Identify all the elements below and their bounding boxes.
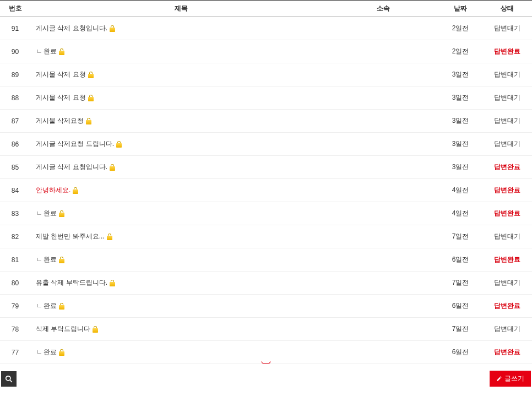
cell-date: 3일전 — [438, 133, 482, 156]
cell-affil — [328, 272, 438, 295]
cell-title: ㄴ완료 — [30, 295, 328, 318]
cell-affil — [328, 318, 438, 341]
lock-icon — [73, 187, 78, 194]
cell-title: 유출 삭제 부탁드립니다. — [30, 272, 328, 295]
cell-status: 답변완료 — [482, 295, 532, 318]
post-title-link[interactable]: 완료 — [44, 302, 57, 310]
decorative-mark — [0, 357, 532, 365]
post-title-link[interactable]: 완료 — [44, 348, 57, 356]
cell-date: 3일전 — [438, 156, 482, 179]
post-title-link[interactable]: 안녕하세요. — [36, 186, 70, 194]
cell-status: 답변완료 — [482, 179, 532, 202]
post-title-link[interactable]: 유출 삭제 부탁드립니다. — [36, 279, 107, 286]
pencil-icon — [496, 376, 502, 382]
cell-date: 3일전 — [438, 110, 482, 133]
cell-status: 답변대기 — [482, 133, 532, 156]
post-title-link[interactable]: 삭제 부탁드립니다 — [36, 325, 90, 333]
table-row: 89게시물 삭제 요청3일전답변대기 — [0, 63, 532, 86]
cell-date: 6일전 — [438, 295, 482, 318]
lock-icon — [59, 48, 64, 55]
cell-no: 80 — [0, 272, 30, 295]
cell-title: 게시글 삭제요청 드립니다. — [30, 133, 328, 156]
cell-no: 90 — [0, 40, 30, 63]
write-button-label: 글쓰기 — [504, 374, 524, 383]
cell-date: 7일전 — [438, 318, 482, 341]
cell-no: 78 — [0, 318, 30, 341]
cell-affil — [328, 17, 438, 40]
cell-date: 7일전 — [438, 225, 482, 248]
cell-date: 2일전 — [438, 17, 482, 40]
post-title-link[interactable]: 완료 — [44, 256, 57, 263]
table-row: 86게시글 삭제요청 드립니다.3일전답변대기 — [0, 133, 532, 156]
table-row: 90ㄴ완료2일전답변완료 — [0, 40, 532, 63]
cell-title: ㄴ완료 — [30, 202, 328, 225]
search-icon — [5, 375, 13, 383]
cell-affil — [328, 133, 438, 156]
cell-date: 3일전 — [438, 63, 482, 86]
post-title-link[interactable]: 완료 — [44, 209, 57, 217]
lock-icon — [59, 349, 64, 356]
cell-title: 게시물 삭제 요청 — [30, 86, 328, 110]
post-title-link[interactable]: 게시글 삭제 요청입니다. — [36, 163, 107, 171]
cell-no: 79 — [0, 295, 30, 318]
cell-date: 2일전 — [438, 40, 482, 63]
table-row: 91게시글 삭제 요청입니다.2일전답변대기 — [0, 17, 532, 40]
cell-date: 6일전 — [438, 248, 482, 272]
post-title-link[interactable]: 제발 한번만 봐주세요... — [36, 232, 105, 240]
lock-icon — [59, 257, 64, 263]
reply-prefix: ㄴ — [36, 348, 42, 356]
lock-icon — [93, 326, 98, 333]
cell-affil — [328, 40, 438, 63]
post-title-link[interactable]: 게시물 삭제 요청 — [36, 70, 86, 78]
cell-no: 81 — [0, 248, 30, 272]
board-table: 번호 제목 소속 날짜 상태 91게시글 삭제 요청입니다.2일전답변대기90ㄴ… — [0, 0, 532, 364]
header-date: 날짜 — [438, 1, 482, 17]
cell-status: 답변대기 — [482, 17, 532, 40]
cell-status: 답변대기 — [482, 110, 532, 133]
cell-title: 게시물 삭제요청 — [30, 110, 328, 133]
cell-title: 게시물 삭제 요청 — [30, 63, 328, 86]
table-row: 80유출 삭제 부탁드립니다.7일전답변대기 — [0, 272, 532, 295]
cell-affil — [328, 295, 438, 318]
cell-date: 4일전 — [438, 179, 482, 202]
cell-title: ㄴ완료 — [30, 40, 328, 63]
lock-icon — [59, 210, 64, 217]
svg-line-1 — [10, 379, 12, 382]
cell-status: 답변대기 — [482, 86, 532, 110]
lock-icon — [107, 234, 112, 240]
lock-icon — [110, 280, 115, 286]
table-row: 88게시물 삭제 요청3일전답변대기 — [0, 86, 532, 110]
cell-no: 89 — [0, 63, 30, 86]
table-row: 83ㄴ완료4일전답변완료 — [0, 202, 532, 225]
cell-no: 87 — [0, 110, 30, 133]
lock-icon — [88, 95, 94, 101]
lock-icon — [59, 303, 64, 310]
post-title-link[interactable]: 게시물 삭제요청 — [36, 117, 84, 124]
reply-prefix: ㄴ — [36, 302, 42, 310]
cell-title: 제발 한번만 봐주세요... — [30, 225, 328, 248]
cell-title: ㄴ완료 — [30, 248, 328, 272]
cell-title: 삭제 부탁드립니다 — [30, 318, 328, 341]
post-title-link[interactable]: 게시글 삭제 요청입니다. — [36, 24, 107, 32]
cell-status: 답변대기 — [482, 63, 532, 86]
write-button[interactable]: 글쓰기 — [490, 371, 531, 387]
post-title-link[interactable]: 완료 — [44, 47, 57, 55]
cell-affil — [328, 225, 438, 248]
table-row: 79ㄴ완료6일전답변완료 — [0, 295, 532, 318]
cell-affil — [328, 248, 438, 272]
post-title-link[interactable]: 게시글 삭제요청 드립니다. — [36, 140, 114, 148]
cell-status: 답변완료 — [482, 40, 532, 63]
lock-icon — [110, 25, 115, 32]
cell-affil — [328, 202, 438, 225]
header-no: 번호 — [0, 1, 30, 17]
cell-status: 답변대기 — [482, 318, 532, 341]
cell-date: 4일전 — [438, 202, 482, 225]
cell-status: 답변대기 — [482, 225, 532, 248]
cell-date: 7일전 — [438, 272, 482, 295]
post-title-link[interactable]: 게시물 삭제 요청 — [36, 94, 86, 101]
cell-affil — [328, 156, 438, 179]
cell-affil — [328, 110, 438, 133]
cell-affil — [328, 179, 438, 202]
search-button[interactable] — [1, 371, 17, 387]
reply-prefix: ㄴ — [36, 209, 42, 217]
